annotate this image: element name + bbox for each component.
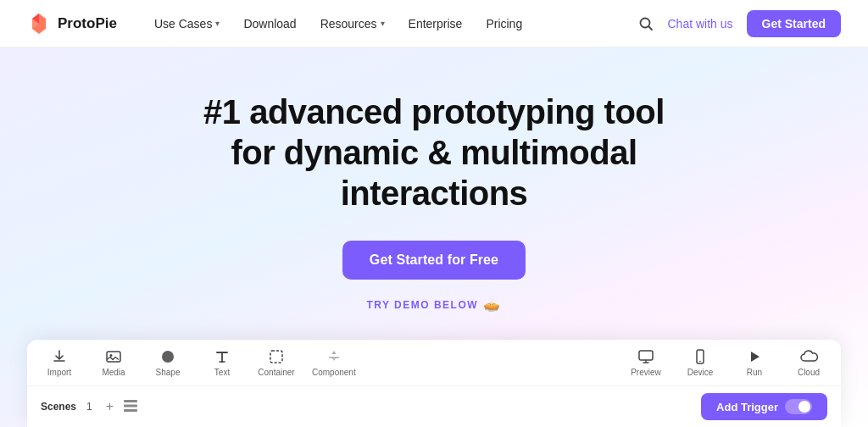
toolbar-import[interactable]: Import xyxy=(41,348,78,377)
pie-emoji-icon: 🥧 xyxy=(483,297,502,313)
hero-section: #1 advanced prototyping tool for dynamic… xyxy=(0,47,868,427)
get-started-button[interactable]: Get Started xyxy=(747,10,841,37)
chevron-down-icon: ▾ xyxy=(215,19,220,28)
svg-point-0 xyxy=(641,18,650,27)
hero-title: #1 advanced prototyping tool for dynamic… xyxy=(203,92,665,214)
logo-text: ProtoPie xyxy=(58,15,117,32)
logo[interactable]: ProtoPie xyxy=(27,12,117,36)
svg-rect-6 xyxy=(639,351,653,360)
svg-rect-2 xyxy=(107,352,120,362)
toolbar-component[interactable]: Component xyxy=(312,348,356,377)
toolbar-left: Import Media Shape xyxy=(41,348,627,377)
scenes-count: 1 xyxy=(86,401,92,413)
hero-cta-button[interactable]: Get Started for Free xyxy=(342,241,526,280)
nav-item-use-cases[interactable]: Use Cases ▾ xyxy=(144,12,230,36)
search-button[interactable] xyxy=(638,16,654,31)
toolbar-right: Preview Device Run xyxy=(627,348,827,377)
svg-rect-5 xyxy=(270,351,282,363)
navbar: ProtoPie Use Cases ▾ Download Resources … xyxy=(0,0,868,47)
toolbar-run[interactable]: Run xyxy=(736,348,773,377)
search-icon xyxy=(638,16,654,31)
preview-icon xyxy=(637,348,654,365)
svg-marker-9 xyxy=(751,352,760,362)
svg-rect-10 xyxy=(124,400,137,402)
scene-list-icon[interactable] xyxy=(124,400,137,414)
svg-point-4 xyxy=(162,351,174,363)
component-icon xyxy=(326,348,342,365)
svg-point-8 xyxy=(699,361,701,363)
nav-links: Use Cases ▾ Download Resources ▾ Enterpr… xyxy=(144,12,639,36)
nav-item-pricing[interactable]: Pricing xyxy=(476,12,532,36)
toolbar-container[interactable]: Container xyxy=(258,348,295,377)
toolbar-media[interactable]: Media xyxy=(95,348,132,377)
container-icon xyxy=(268,348,285,365)
import-icon xyxy=(51,348,68,365)
shape-icon xyxy=(159,348,176,365)
nav-right: Chat with us Get Started xyxy=(638,10,841,37)
toolbar-preview[interactable]: Preview xyxy=(627,348,665,377)
toolbar-shape[interactable]: Shape xyxy=(149,348,186,377)
chat-with-us-button[interactable]: Chat with us xyxy=(667,17,732,30)
nav-item-download[interactable]: Download xyxy=(233,12,306,36)
nav-item-resources[interactable]: Resources ▾ xyxy=(310,12,395,36)
toolbar-cloud[interactable]: Cloud xyxy=(790,348,827,377)
text-icon xyxy=(214,348,231,365)
scene-add-button[interactable]: + xyxy=(106,399,114,414)
demo-bottom-bar: Scenes 1 + Add Trigger xyxy=(27,386,841,427)
cloud-icon xyxy=(799,348,818,365)
scenes-label: Scenes xyxy=(41,401,76,413)
svg-point-3 xyxy=(110,354,113,357)
run-icon xyxy=(746,348,763,365)
logo-icon xyxy=(27,12,51,36)
device-icon xyxy=(692,348,709,365)
chevron-down-icon-resources: ▾ xyxy=(381,19,385,28)
nav-item-enterprise[interactable]: Enterprise xyxy=(398,12,473,36)
svg-rect-11 xyxy=(124,404,137,407)
toggle-switch[interactable] xyxy=(785,399,812,414)
toolbar-device[interactable]: Device xyxy=(682,348,719,377)
media-icon xyxy=(105,348,122,365)
demo-toolbar: Import Media Shape xyxy=(27,340,841,386)
svg-rect-12 xyxy=(124,409,137,412)
toolbar-text[interactable]: Text xyxy=(203,348,241,377)
svg-line-1 xyxy=(649,26,653,30)
add-trigger-button[interactable]: Add Trigger xyxy=(701,393,827,420)
try-demo-label: TRY DEMO BELOW 🥧 xyxy=(366,297,501,313)
demo-bar: Import Media Shape xyxy=(27,340,841,427)
